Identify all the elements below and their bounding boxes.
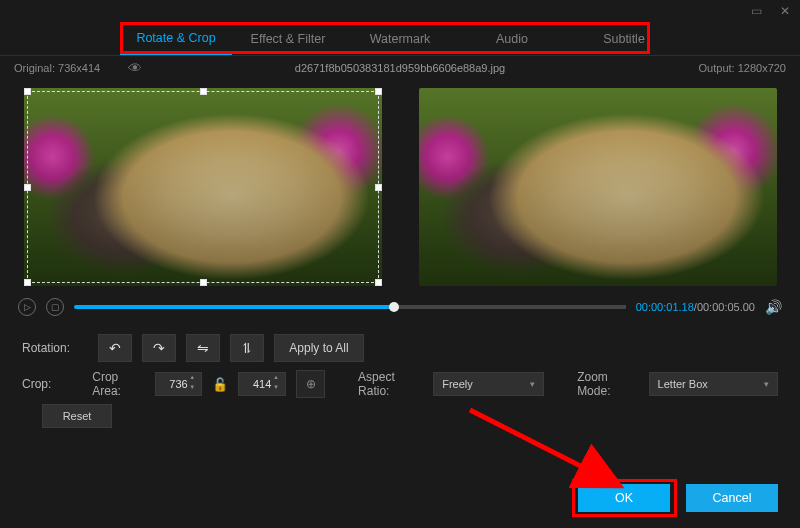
apply-to-all-button[interactable]: Apply to All [274,334,364,362]
flip-vertical-button[interactable]: ⥮ [230,334,264,362]
tab-rotate-crop[interactable]: Rotate & Crop [120,23,232,55]
rotate-left-button[interactable]: ↶ [98,334,132,362]
chevron-down-icon: ▾ [764,379,769,389]
tab-subtitle[interactable]: Subtitle [568,24,680,54]
time-display: 00:00:01.18/00:00:05.00 [636,301,755,313]
crop-handle-mr[interactable] [375,184,382,191]
tab-watermark[interactable]: Watermark [344,24,456,54]
crop-handle-ml[interactable] [24,184,31,191]
zoom-mode-select[interactable]: Letter Box ▾ [649,372,778,396]
zoom-mode-value: Letter Box [658,378,708,390]
controls: Rotation: ↶ ↷ ⇋ ⥮ Apply to All Crop: Cro… [0,320,800,428]
tabs: Rotate & Crop Effect & Filter Watermark … [0,22,800,56]
crop-width-value: 736 [169,378,187,390]
crop-handle-bl[interactable] [24,279,31,286]
play-button[interactable]: ▷ [18,298,36,316]
timeline-track[interactable] [74,305,626,309]
crop-handle-tr[interactable] [375,88,382,95]
stop-button[interactable]: ▢ [46,298,64,316]
tab-audio[interactable]: Audio [456,24,568,54]
tab-effect-filter[interactable]: Effect & Filter [232,24,344,54]
stop-icon: ▢ [51,302,60,312]
time-current: 00:00:01.18 [636,301,694,313]
crop-row: Crop: Crop Area: 736▲▼ 🔓 414▲▼ ⊕ Aspect … [22,366,778,402]
crop-handle-tl[interactable] [24,88,31,95]
reset-button[interactable]: Reset [42,404,112,428]
timeline: ▷ ▢ 00:00:01.18/00:00:05.00 🔊 [0,290,800,320]
timeline-playhead[interactable] [389,302,399,312]
preview-area [0,78,800,290]
crop-handle-bc[interactable] [200,279,207,286]
minimize-icon[interactable]: ▭ [751,4,762,22]
volume-icon[interactable]: 🔊 [765,299,782,315]
zoom-mode-label: Zoom Mode: [577,370,638,398]
timeline-remaining [394,305,626,309]
rotation-label: Rotation: [22,341,88,355]
aspect-ratio-select[interactable]: Freely ▾ [433,372,544,396]
lock-aspect-icon[interactable]: 🔓 [212,377,228,392]
crop-height-value: 414 [253,378,271,390]
footer: OK Cancel [578,484,778,512]
flip-horizontal-button[interactable]: ⇋ [186,334,220,362]
center-crop-button[interactable]: ⊕ [296,370,325,398]
file-info-row: Original: 736x414 👁 d2671f8b050383181d95… [0,58,800,78]
crop-height-input[interactable]: 414▲▼ [238,372,286,396]
eye-icon[interactable]: 👁 [128,60,142,76]
crop-label: Crop: [22,377,82,391]
crop-area-label: Crop Area: [92,370,144,398]
aspect-ratio-value: Freely [442,378,473,390]
crop-handle-br[interactable] [375,279,382,286]
preview-output-panel [415,84,780,290]
editor-window: ▭ ✕ Rotate & Crop Effect & Filter Waterm… [0,0,800,528]
titlebar: ▭ ✕ [0,0,800,22]
original-size-label: Original: 736x414 [14,62,100,74]
aspect-ratio-label: Aspect Ratio: [358,370,423,398]
cancel-button[interactable]: Cancel [686,484,778,512]
preview-original-panel [20,84,385,290]
rotate-right-button[interactable]: ↷ [142,334,176,362]
output-size-label: Output: 1280x720 [699,62,786,74]
rotation-row: Rotation: ↶ ↷ ⇋ ⥮ Apply to All [22,330,778,366]
time-total: 00:00:05.00 [697,301,755,313]
filename: d2671f8b050383181d959bb6606e88a9.jpg [295,62,505,74]
preview-output-image [419,88,777,286]
close-icon[interactable]: ✕ [780,4,790,22]
crop-selection[interactable] [27,91,379,283]
play-icon: ▷ [24,302,31,312]
crop-handle-tc[interactable] [200,88,207,95]
chevron-down-icon: ▾ [530,379,535,389]
ok-button[interactable]: OK [578,484,670,512]
crop-width-input[interactable]: 736▲▼ [155,372,203,396]
preview-original-image[interactable] [24,88,382,286]
